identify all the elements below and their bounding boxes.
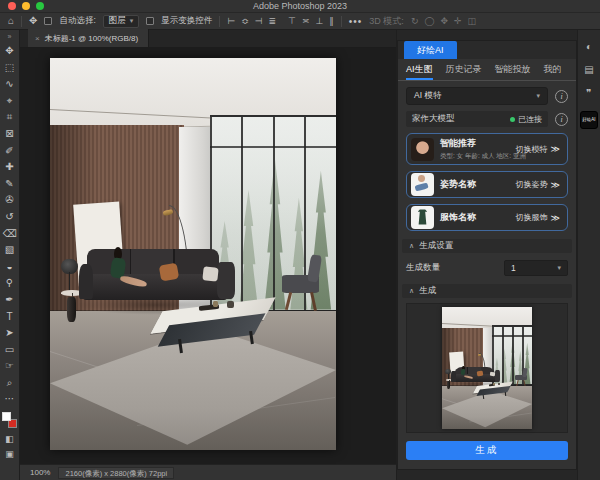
info-icon[interactable]: i bbox=[555, 113, 568, 126]
3d-roll-icon: ◯ bbox=[424, 16, 434, 26]
model-card-texts: 智能推荐 类型: 女 年龄: 成人 地区: 亚洲 bbox=[440, 137, 510, 161]
3d-orbit-icon: ↻ bbox=[411, 16, 419, 26]
model-avatar bbox=[411, 138, 434, 161]
zoom-tool[interactable]: ⌕ bbox=[0, 375, 19, 392]
3d-camera-icon: ◫ bbox=[468, 16, 477, 26]
divider bbox=[219, 16, 220, 27]
double-chevron-icon: ≫ bbox=[551, 213, 560, 223]
panel-content: AI 模特 ▾ i 家作大模型 已连接 i bbox=[398, 81, 576, 469]
brush-tool[interactable]: ✎ bbox=[0, 176, 19, 193]
object-selection-tool[interactable]: ⌖ bbox=[0, 93, 19, 110]
count-dropdown[interactable]: 1 ▾ bbox=[504, 260, 568, 276]
lasso-tool[interactable]: ∿ bbox=[0, 76, 19, 93]
mode-3d-label: 3D 模式: bbox=[369, 15, 404, 28]
toolbar-collapse-icon[interactable]: » bbox=[8, 30, 12, 43]
distribute-v-icon[interactable]: ∥ bbox=[329, 16, 334, 26]
dodge-tool[interactable]: ⚲ bbox=[0, 275, 19, 292]
switch-outfit-label: 切换服饰 bbox=[516, 212, 548, 223]
show-transform-checkbox[interactable] bbox=[146, 17, 154, 25]
path-selection-tool[interactable]: ➤ bbox=[0, 325, 19, 342]
divider bbox=[341, 16, 342, 27]
photoshop-window: Adobe Photoshop 2023 ⌂ ✥ 自动选择: 图层 ▾ 显示变换… bbox=[0, 0, 600, 480]
color-swatches bbox=[0, 410, 20, 432]
foreground-color-swatch[interactable] bbox=[2, 412, 11, 421]
model-card[interactable]: 智能推荐 类型: 女 年龄: 成人 地区: 亚洲 切换模特 ≫ bbox=[406, 133, 568, 165]
gradient-tool[interactable]: ▧ bbox=[0, 242, 19, 259]
generate-section-header[interactable]: ∧ 生成 bbox=[402, 284, 572, 298]
healing-brush-tool[interactable]: ✚ bbox=[0, 159, 19, 176]
panel-tabs: AI生图 历史记录 智能投放 我的 bbox=[398, 59, 576, 81]
home-icon[interactable]: ⌂ bbox=[8, 16, 14, 26]
panel-tab-haohui-ai[interactable]: 好绘AI bbox=[404, 41, 457, 59]
document-tab[interactable]: × 未标题-1 @ 100%(RGB/8) bbox=[28, 29, 149, 47]
connected-label: 已连接 bbox=[518, 114, 542, 125]
auto-select-dropdown[interactable]: 图层 ▾ bbox=[103, 15, 140, 28]
libraries-panel-icon[interactable]: ▤ bbox=[584, 65, 593, 75]
quick-mask-icon[interactable]: ◧ bbox=[0, 432, 19, 447]
clone-stamp-tool[interactable]: ✇ bbox=[0, 192, 19, 209]
more-options-icon[interactable]: ••• bbox=[349, 16, 363, 27]
collapse-icon: ∧ bbox=[409, 287, 414, 295]
rectangle-tool[interactable]: ▭ bbox=[0, 342, 19, 359]
comments-panel-icon[interactable]: ❞ bbox=[586, 88, 591, 98]
pose-card[interactable]: 姿势名称 切换姿势 ≫ bbox=[406, 171, 568, 198]
type-tool[interactable]: T bbox=[0, 309, 19, 326]
tab-smart-placement[interactable]: 智能投放 bbox=[495, 59, 531, 80]
screen-mode-icon[interactable]: ▣ bbox=[0, 447, 19, 462]
hand-tool[interactable]: ☞ bbox=[0, 358, 19, 375]
auto-select-checkbox[interactable] bbox=[44, 17, 52, 25]
window-title: Adobe Photoshop 2023 bbox=[0, 1, 600, 11]
settings-header-label: 生成设置 bbox=[419, 240, 453, 252]
ai-model-dropdown[interactable]: AI 模特 ▾ bbox=[406, 87, 548, 105]
adjustments-panel-icon[interactable]: ◐ bbox=[586, 42, 592, 52]
tab-history[interactable]: 历史记录 bbox=[446, 59, 482, 80]
align-right-icon[interactable]: ⊣ bbox=[255, 16, 263, 26]
canvas-pasteboard[interactable] bbox=[20, 48, 396, 464]
switch-pose-button[interactable]: 切换姿势 ≫ bbox=[516, 179, 560, 190]
eyedropper-tool[interactable]: ✐ bbox=[0, 143, 19, 160]
pose-card-texts: 姿势名称 bbox=[440, 178, 510, 191]
plugin-dock-icon[interactable]: 好绘AI bbox=[580, 111, 598, 129]
align-bottom-icon[interactable]: ⊥ bbox=[316, 16, 324, 26]
show-transform-label: 显示变换控件 bbox=[161, 15, 212, 27]
align-middle-icon[interactable]: ≍ bbox=[302, 16, 310, 26]
switch-model-button[interactable]: 切换模特 ≫ bbox=[516, 144, 560, 155]
outfit-card[interactable]: 服饰名称 切换服饰 ≫ bbox=[406, 204, 568, 231]
tab-mine[interactable]: 我的 bbox=[544, 59, 562, 80]
count-value: 1 bbox=[511, 263, 516, 273]
status-bar: 100% 2160(像素) x 2880(像素) 72ppi bbox=[20, 464, 396, 480]
model-select-row: AI 模特 ▾ i bbox=[406, 87, 568, 105]
generate-header-label: 生成 bbox=[419, 285, 436, 297]
generation-preview-image[interactable] bbox=[442, 307, 532, 429]
pen-tool[interactable]: ✒ bbox=[0, 292, 19, 309]
3d-slide-icon: ✛ bbox=[454, 16, 462, 26]
align-icons-group: ⊢≎⊣≣⊤≍⊥∥ bbox=[227, 16, 334, 26]
switch-outfit-button[interactable]: 切换服饰 ≫ bbox=[516, 212, 560, 223]
info-icon[interactable]: i bbox=[555, 90, 568, 103]
edit-toolbar-icon[interactable]: ⋯ bbox=[0, 391, 19, 408]
collapse-icon: ∧ bbox=[409, 242, 414, 250]
align-top-icon[interactable]: ⊤ bbox=[288, 16, 296, 26]
document-canvas[interactable] bbox=[50, 58, 336, 450]
generate-button[interactable]: 生成 bbox=[406, 441, 568, 460]
zoom-level[interactable]: 100% bbox=[30, 468, 50, 477]
blur-tool[interactable]: ◒ bbox=[0, 259, 19, 276]
marquee-tool[interactable]: ⬚ bbox=[0, 60, 19, 77]
align-left-icon[interactable]: ⊢ bbox=[227, 16, 235, 26]
move-tool[interactable]: ✥ bbox=[0, 43, 19, 60]
generation-settings-header[interactable]: ∧ 生成设置 bbox=[402, 239, 572, 253]
distribute-h-icon[interactable]: ≣ bbox=[269, 16, 277, 26]
document-tab-title: 未标题-1 @ 100%(RGB/8) bbox=[45, 33, 138, 44]
align-center-h-icon[interactable]: ≎ bbox=[241, 16, 249, 26]
frame-tool[interactable]: ⊠ bbox=[0, 126, 19, 143]
move-tool-icon[interactable]: ✥ bbox=[29, 16, 37, 26]
mode-3d-group: 3D 模式: bbox=[369, 15, 404, 28]
close-tab-icon[interactable]: × bbox=[35, 34, 40, 43]
history-brush-tool[interactable]: ↺ bbox=[0, 209, 19, 226]
eraser-tool[interactable]: ⌫ bbox=[0, 226, 19, 243]
crop-tool[interactable]: ⌗ bbox=[0, 109, 19, 126]
options-bar: ⌂ ✥ 自动选择: 图层 ▾ 显示变换控件 ⊢≎⊣≣⊤≍⊥∥ ••• 3D 模式… bbox=[0, 13, 600, 30]
engine-row: 家作大模型 已连接 i bbox=[406, 111, 568, 127]
tab-ai-generate[interactable]: AI生图 bbox=[406, 59, 433, 80]
auto-select-value: 图层 bbox=[109, 15, 126, 27]
